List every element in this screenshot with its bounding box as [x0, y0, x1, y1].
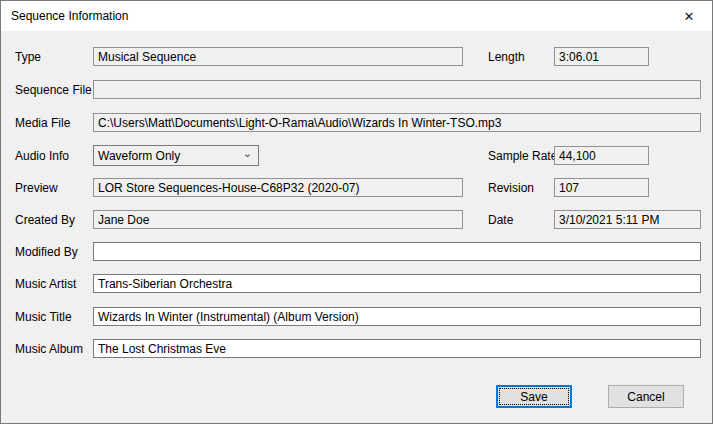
music-title-field[interactable]	[93, 307, 701, 326]
type-label: Type	[15, 50, 41, 64]
audio-info-dropdown[interactable]: Waveform Only ⌄	[93, 145, 259, 166]
music-album-label: Music Album	[15, 342, 83, 356]
modified-by-label: Modified By	[15, 245, 78, 259]
sequence-file-label: Sequence File	[15, 83, 92, 97]
created-by-label: Created By	[15, 213, 75, 227]
length-field[interactable]	[554, 47, 649, 66]
cancel-button[interactable]: Cancel	[608, 385, 684, 408]
sequence-file-field[interactable]	[93, 80, 701, 99]
music-title-label: Music Title	[15, 310, 72, 324]
audio-info-selected-value: Waveform Only	[98, 149, 180, 163]
date-label: Date	[488, 213, 513, 227]
date-field[interactable]	[554, 210, 701, 229]
close-button[interactable]: ✕	[666, 1, 712, 31]
chevron-down-icon: ⌄	[243, 148, 252, 159]
close-icon: ✕	[684, 9, 695, 24]
window-title: Sequence Information	[1, 9, 128, 23]
sequence-information-dialog: Sequence Information ✕ Type Length Seque…	[0, 0, 713, 424]
preview-label: Preview	[15, 181, 58, 195]
type-field[interactable]	[93, 47, 463, 66]
audio-info-label: Audio Info	[15, 149, 69, 163]
music-album-field[interactable]	[93, 339, 701, 358]
created-by-field[interactable]	[93, 210, 463, 229]
preview-field[interactable]	[93, 178, 463, 197]
sample-rate-label: Sample Rate	[488, 149, 557, 163]
sample-rate-field[interactable]	[554, 146, 649, 165]
revision-field[interactable]	[554, 178, 649, 197]
modified-by-field[interactable]	[93, 242, 701, 261]
save-button[interactable]: Save	[496, 385, 572, 408]
title-bar[interactable]: Sequence Information	[1, 1, 712, 31]
media-file-field[interactable]	[93, 113, 701, 132]
revision-label: Revision	[488, 181, 534, 195]
media-file-label: Media File	[15, 116, 70, 130]
length-label: Length	[488, 50, 525, 64]
music-artist-label: Music Artist	[15, 277, 76, 291]
music-artist-field[interactable]	[93, 274, 701, 293]
